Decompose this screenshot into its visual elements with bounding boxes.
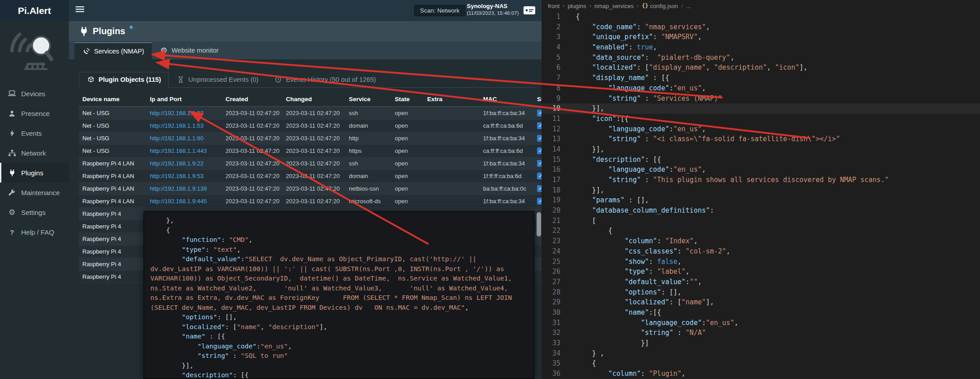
tab-website-monitor[interactable]: Website monitor [152,41,226,59]
cell-device-name: Raspberry Pi 4 LAN [79,195,146,207]
status-checkbox[interactable]: ✓ [537,122,542,129]
ip-port-link[interactable]: http://192.168.1.9:53 [150,173,203,179]
cell-created: 2023-03-11 02:47:20 [222,182,282,195]
code-line: 11 "icon":[{ [542,114,980,124]
ip-port-link[interactable]: http://192.168.1.1:443 [150,147,207,154]
column-header-device-name[interactable]: Device name [79,93,146,107]
status-checkbox[interactable]: ✓ [537,110,542,116]
cell-extra [424,119,479,132]
line-content: "column": "Index", [569,236,980,246]
code-line: 32 "string" : "N/A" [542,328,980,338]
network-icon [8,150,16,156]
table-row: Net - USGhttp://192.168.1.1:802023-03-11… [79,132,542,144]
status-checkbox[interactable]: ✓ [537,135,542,142]
cell-extra [424,157,479,169]
cell-mac: 1f:ba:ff:ca:ba:34 [479,107,533,119]
cell-changed: 2023-03-11 02:47:20 [282,119,345,132]
code-line: 6 "localized": ["display_name", "descrip… [542,62,980,73]
breadcrumb-plugins[interactable]: plugins [568,3,586,9]
status-checkbox[interactable]: ✓ [537,185,542,192]
history-icon [274,76,282,83]
breadcrumb-separator: › [563,3,565,9]
wrench-icon [8,189,16,196]
column-header-extra[interactable]: Extra [424,93,479,107]
cell-service: ssh [345,107,391,119]
ip-port-link[interactable]: http://192.168.1.1:53 [150,122,203,129]
topbar: Pi.Alert Scan: Network Synology-NAS (11/… [0,0,542,21]
line-content: "localized": ["name"], [569,297,980,308]
cell-ip-port: http://192.168.1.9:53 [146,169,222,182]
ip-port-link[interactable]: http://192.168.1.9:22 [150,160,203,167]
column-header-changed[interactable]: Changed [282,93,345,107]
app-brand[interactable]: Pi.Alert [0,0,69,21]
sidebar-item-help-faq[interactable]: ?Help / FAQ [0,222,69,242]
column-header-service[interactable]: Service [345,93,391,107]
tab-plugin-objects-115[interactable]: Plugin Objects (115) [79,72,169,88]
line-content: }], [569,185,980,196]
column-header-stat[interactable]: Stat [533,93,542,107]
cell-device-name: Raspberry Pi 4 [79,207,146,220]
ip-port-link[interactable]: http://192.168.1.9:445 [150,198,207,205]
sidebar-item-label: Help / FAQ [21,228,54,236]
column-header-ip-and-port[interactable]: Ip and Port [146,93,222,107]
table-row: Net - USGhttp://192.168.1.1:4432023-03-1… [79,144,542,157]
pialert-logo-art [7,29,63,79]
sidebar-item-presence[interactable]: Presence [0,103,69,123]
hamburger-icon[interactable] [76,6,84,14]
status-checkbox[interactable]: ✓ [537,173,542,179]
cell-changed: 2023-03-11 02:47:20 [282,132,345,144]
tab-services-nmap[interactable]: Services (NMAP) [74,42,152,59]
cell-device-name: Net - USG [79,107,146,119]
line-number: 7 [542,73,569,83]
scrollbar-thumb[interactable] [537,212,541,236]
sidebar-item-plugins[interactable]: Plugins [0,163,69,183]
line-content: "data_source": "pialert-db-query", [569,53,980,63]
line-content: "language_code":"en_us", [569,165,980,175]
line-content: }], [569,103,980,114]
code-line: 18 }], [542,185,980,196]
hourglass-icon [176,76,185,83]
ip-port-link[interactable]: http://192.168.1.1:22 [150,110,203,116]
sidebar-item-network[interactable]: Network [0,143,69,163]
code-line: 27 "default_value":"", [542,277,980,287]
info-dot[interactable] [130,26,133,29]
breadcrumb-config-json[interactable]: {}config.json [642,3,678,9]
status-checkbox[interactable]: ✓ [537,198,542,205]
line-number: 32 [542,328,569,338]
sidebar-item-maintenance[interactable]: Maintenance [0,183,69,202]
nas-icon[interactable] [522,4,537,18]
ip-port-link[interactable]: http://192.168.1.9:139 [150,185,207,192]
breadcrumb-nmap-services[interactable]: nmap_services [594,3,633,9]
line-number: 8 [542,83,569,94]
sidebar-item-label: Settings [21,209,45,216]
code-line: 1{ [542,12,980,22]
host-name: Synology-NAS [467,3,519,9]
ip-port-link[interactable]: http://192.168.1.1:80 [150,135,203,142]
code-line: 4 "enabled": true, [542,42,980,53]
tab-events-history-50-out-of-1265[interactable]: Events History (50 out of 1265) [266,72,384,88]
sidebar-item-label: Presence [21,110,50,117]
status-checkbox[interactable]: ✓ [537,147,542,154]
breadcrumb-front[interactable]: front [548,3,560,9]
cell-device-name: Net - USG [79,119,146,132]
breadcrumb-more[interactable]: ... [686,3,691,9]
sidebar-item-devices[interactable]: Devices [0,84,69,103]
cell-device-name: Raspberry Pi 4 [79,220,146,232]
editor-code-area[interactable]: 1{2 "code_name": "nmap_services",3 "uniq… [542,12,980,379]
code-line: 25 "show": false, [542,257,980,267]
code-line: 30 "name":[{ [542,308,980,318]
status-checkbox[interactable]: ✓ [537,160,542,167]
sidebar-item-settings[interactable]: ⚙Settings [0,202,69,222]
column-header-created[interactable]: Created [222,93,282,107]
column-header-state[interactable]: State [391,93,424,107]
line-content: { [569,226,980,236]
sidebar-item-events[interactable]: Events [0,123,69,143]
line-content: } , [569,348,980,359]
tab-unprocessed-events-0[interactable]: Unprocessed Events (0) [169,72,266,88]
sidebar: DevicesPresenceEventsNetworkPluginsMaint… [0,21,69,379]
line-number: 36 [542,369,569,379]
cell-ip-port: http://192.168.1.9:139 [146,182,222,195]
column-header-mac[interactable]: MAC [479,93,533,107]
user-icon [8,110,16,117]
line-number: 3 [542,32,569,42]
